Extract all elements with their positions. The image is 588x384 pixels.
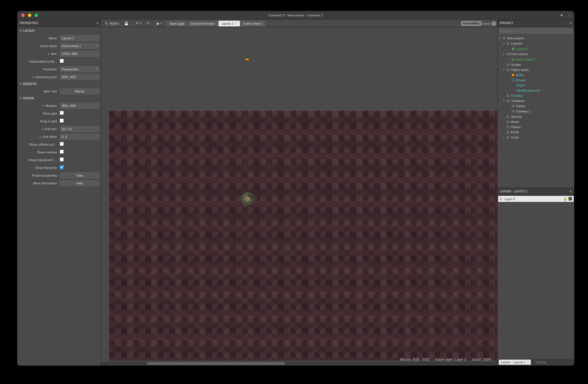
player-icon [512, 84, 514, 87]
effects-button[interactable]: Effects [60, 88, 100, 94]
tree-layout-1[interactable]: ▦Layout 1 [498, 46, 574, 51]
undo-button[interactable]: ↶▾ [134, 20, 144, 27]
app-window: Construct 3 - New project - Construct 3 … [17, 11, 574, 366]
hierarchy-checkbox[interactable] [60, 165, 64, 169]
layout-section-header[interactable]: LAYOUT [18, 28, 100, 34]
tree-tiledbackground[interactable]: TiledBackground [498, 88, 574, 93]
layout-canvas[interactable]: Mouse: (530, -333) Active layer: Layer 0… [101, 28, 497, 366]
tab-layers[interactable]: Layers - Layout 1× [499, 360, 531, 365]
layers-panel: LAYERS - LAYOUT 1 × 0 Layer 0 🔓 ✓ Layers… [498, 188, 574, 366]
properties-title: PROPERTIES [20, 22, 38, 25]
hamburger-icon [105, 22, 109, 25]
gridoffset-input[interactable] [60, 134, 100, 140]
tab-tilemap[interactable]: Tilemap [531, 360, 550, 365]
vanishing-input[interactable] [60, 74, 100, 80]
gridsize-input[interactable] [60, 126, 100, 132]
lock-icon[interactable]: 🔓 [563, 197, 567, 201]
tree-timelines[interactable]: ▼🗀Timelines [498, 98, 574, 103]
window-maximize-button[interactable] [34, 13, 38, 17]
project-close-icon[interactable]: × [570, 21, 572, 25]
projprops-label: Project properties [18, 174, 58, 177]
canvas-status-bar: Mouse: (530, -333) Active layer: Layer 0… [400, 358, 492, 362]
projection-select[interactable]: Perspective [60, 66, 100, 72]
player-sprite[interactable] [239, 190, 257, 208]
kebab-menu-icon[interactable]: ⋮ [567, 13, 571, 18]
tab-start-page[interactable]: Start page [167, 21, 187, 26]
project-header: PROJECT × [498, 20, 574, 27]
tree-scripts[interactable]: 🗀Scripts [498, 62, 574, 67]
tab-event-sheet-1[interactable]: Event sheet 1 [241, 21, 266, 26]
size-input[interactable] [60, 51, 100, 57]
expand-icon[interactable] [43, 105, 45, 107]
name-input[interactable] [60, 35, 100, 41]
editor-section-header[interactable]: EDITOR [18, 95, 100, 102]
event-sheet-icon: ▤ [512, 57, 514, 61]
tree-bullet[interactable]: Bullet [498, 72, 574, 78]
tab-layout-1[interactable]: Layout 1× [218, 21, 240, 26]
translucent-checkbox[interactable] [60, 157, 64, 161]
tree-eases[interactable]: 🗀Eases [498, 103, 574, 109]
redo-button[interactable]: ↷ [144, 20, 152, 27]
active-layer-status: Active layer: Layer 0 [435, 358, 466, 362]
tree-player[interactable]: Player [498, 83, 574, 88]
undo-icon: ↶ [136, 21, 139, 26]
layer-0-row[interactable]: 0 Layer 0 🔓 ✓ [498, 196, 574, 202]
layers-title: LAYERS - LAYOUT 1 [500, 190, 528, 193]
save-button[interactable]: 💾 [122, 20, 131, 27]
window-minimize-button[interactable] [28, 13, 31, 17]
event-sheet-select[interactable]: Event sheet 1 [60, 43, 100, 49]
snapgrid-checkbox[interactable] [60, 119, 64, 123]
tree-sounds[interactable]: 🗀Sounds [498, 114, 574, 119]
addedit-label: Add / edit [18, 90, 58, 93]
tree-layouts[interactable]: ▼🗀Layouts [498, 41, 574, 46]
horizontal-scrollbar[interactable] [101, 362, 497, 366]
margins-input[interactable] [60, 103, 100, 109]
tree-families[interactable]: 🗀Families [498, 93, 574, 98]
tree-event-sheets[interactable]: ▼🗀Event sheets [498, 51, 574, 57]
free-edition-badge[interactable]: Free edition [461, 21, 481, 26]
tab-example-browser[interactable]: Example browser [188, 21, 218, 26]
project-search-input[interactable] [499, 28, 573, 34]
close-icon[interactable]: × [235, 22, 237, 25]
separator [153, 21, 153, 26]
meshes-checkbox[interactable] [60, 150, 64, 154]
tiled-background-sprite[interactable] [109, 111, 497, 361]
tree-object-types[interactable]: ▼🗀Object types [498, 67, 574, 72]
tree-icons[interactable]: ▸🗀Icons [498, 135, 574, 140]
collision-checkbox[interactable] [60, 142, 64, 146]
mouse-coords: Mouse: (530, -333) [400, 358, 429, 362]
titlebar: Construct 3 - New project - Construct 3 … [17, 11, 574, 20]
guest-account[interactable]: Guest [482, 21, 496, 26]
menu-button[interactable]: MENU [102, 20, 121, 26]
tree-timeline-1[interactable]: ▭Timeline 1 [498, 109, 574, 114]
visibility-checkbox[interactable]: ✓ [568, 197, 572, 200]
expand-icon[interactable] [33, 76, 34, 78]
bullet-sprite[interactable] [245, 58, 249, 61]
help-button[interactable]: Help [60, 180, 100, 186]
tree-videos[interactable]: 🗀Videos [498, 124, 574, 130]
play-button[interactable]: ▶▾ [154, 20, 164, 27]
showgrid-checkbox[interactable] [60, 111, 64, 115]
unbounded-checkbox[interactable] [60, 59, 64, 63]
tree-root[interactable]: ▼🗀New project [498, 36, 574, 41]
layers-close-icon[interactable]: × [570, 189, 572, 194]
properties-close-icon[interactable]: × [96, 21, 98, 25]
tree-event-sheet-1[interactable]: ▤Event sheet 1 [498, 57, 574, 62]
separator [165, 21, 166, 26]
tiledbg-icon [512, 89, 514, 92]
tree-mouse[interactable]: Mouse [498, 78, 574, 83]
view-button[interactable]: View [60, 172, 100, 179]
tree-fonts[interactable]: 🗀Fonts [498, 130, 574, 135]
window-close-button[interactable] [21, 13, 25, 17]
scrollbar-thumb[interactable] [147, 362, 285, 365]
expand-icon[interactable] [48, 53, 50, 55]
tree-music[interactable]: 🗀Music [498, 119, 574, 124]
extension-icon[interactable]: ✦ [560, 13, 563, 18]
window-title: Construct 3 - New project - Construct 3 [268, 13, 323, 17]
main-toolbar: MENU 💾 ↶▾ ↷ ▶▾ Start page Example browse… [101, 20, 497, 28]
expand-icon[interactable] [40, 136, 41, 138]
close-icon[interactable]: × [527, 360, 529, 364]
folder-icon: 🗀 [506, 136, 510, 139]
effects-section-header[interactable]: EFFECTS [18, 81, 100, 87]
expand-icon[interactable] [42, 128, 43, 130]
